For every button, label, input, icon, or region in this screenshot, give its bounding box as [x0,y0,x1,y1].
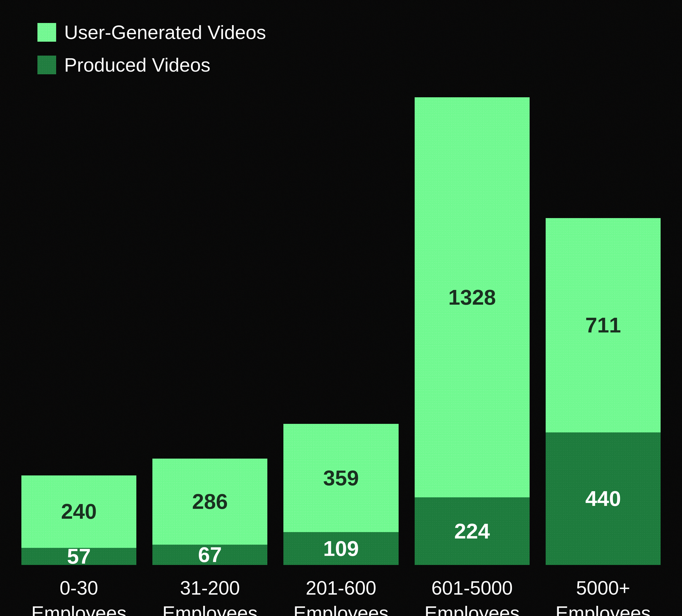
bar-ugv-value-5000+: 711 [585,313,621,337]
legend-swatch-pv [38,55,56,74]
legend-item-ugv: User-Generated Videos [38,21,661,43]
bar-stack-201-600: 359109 [283,424,399,565]
bar-group-31-200: 2866731-200Employees [152,458,267,616]
legend-label-ugv: User-Generated Videos [64,21,266,43]
bar-ugv-601-5000: 1328 [415,97,530,497]
bar-ugv-value-601-5000: 1328 [448,285,496,310]
bar-group-0-30: 240570-30Employees [21,475,136,616]
bar-pv-value-5000+: 440 [585,487,621,511]
legend-item-pv: Produced Videos [38,54,661,76]
chart-area: 240570-30Employees2866731-200Employees35… [21,97,661,616]
bar-pv-value-201-600: 109 [323,536,359,561]
bar-pv-value-0-30: 57 [67,544,91,569]
bar-stack-31-200: 28667 [152,458,267,565]
legend-swatch-ugv [38,23,56,42]
bar-stack-601-5000: 1328224 [415,97,530,565]
bar-pv-5000+: 440 [546,432,661,565]
bar-ugv-value-0-30: 240 [61,499,96,524]
bar-pv-31-200: 67 [152,545,267,565]
bar-stack-5000+: 711440 [546,218,661,565]
bar-ugv-value-201-600: 359 [323,466,359,490]
bar-group-601-5000: 1328224601-5000Employees [415,97,530,616]
x-label-601-5000: 601-5000Employees [425,576,520,616]
bar-ugv-201-600: 359 [283,424,399,532]
bar-ugv-value-31-200: 286 [192,489,228,514]
x-label-201-600: 201-600Employees [293,576,388,616]
legend: User-Generated Videos Produced Videos [38,21,661,76]
bar-pv-value-601-5000: 224 [454,519,490,544]
bar-pv-601-5000: 224 [415,497,530,565]
bar-ugv-31-200: 286 [152,458,267,545]
chart-container: User-Generated Videos Produced Videos 24… [0,0,682,616]
bar-ugv-5000+: 711 [546,218,661,432]
x-label-31-200: 31-200Employees [162,576,257,616]
bar-pv-0-30: 57 [21,548,136,565]
x-label-0-30: 0-30Employees [31,576,127,616]
legend-label-pv: Produced Videos [64,54,210,76]
bar-stack-0-30: 24057 [21,475,136,565]
bar-ugv-0-30: 240 [21,475,136,548]
bar-pv-201-600: 109 [283,532,399,565]
x-label-5000+: 5000+Employees [555,576,651,616]
bar-group-5000+: 7114405000+Employees [546,218,661,616]
bar-pv-value-31-200: 67 [198,543,222,567]
bar-group-201-600: 359109201-600Employees [283,424,399,616]
